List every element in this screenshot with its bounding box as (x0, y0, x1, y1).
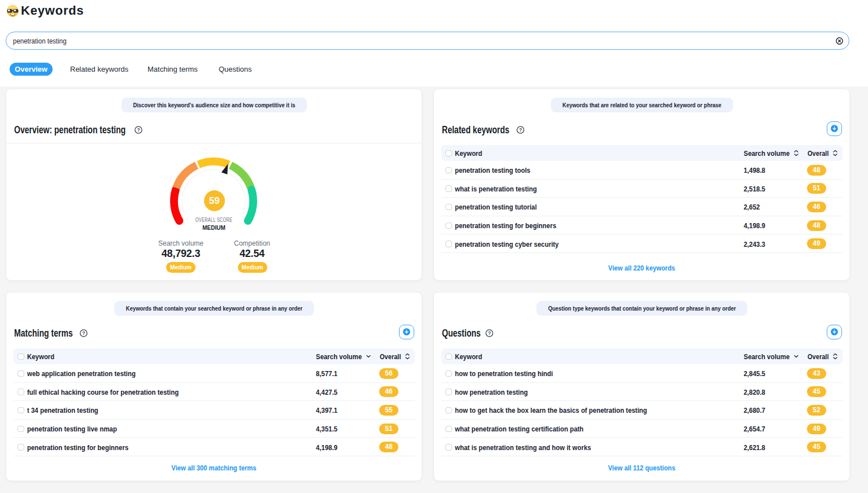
svg-text:?: ? (488, 330, 491, 336)
svg-text:?: ? (519, 127, 522, 133)
svg-text:?: ? (82, 330, 85, 336)
